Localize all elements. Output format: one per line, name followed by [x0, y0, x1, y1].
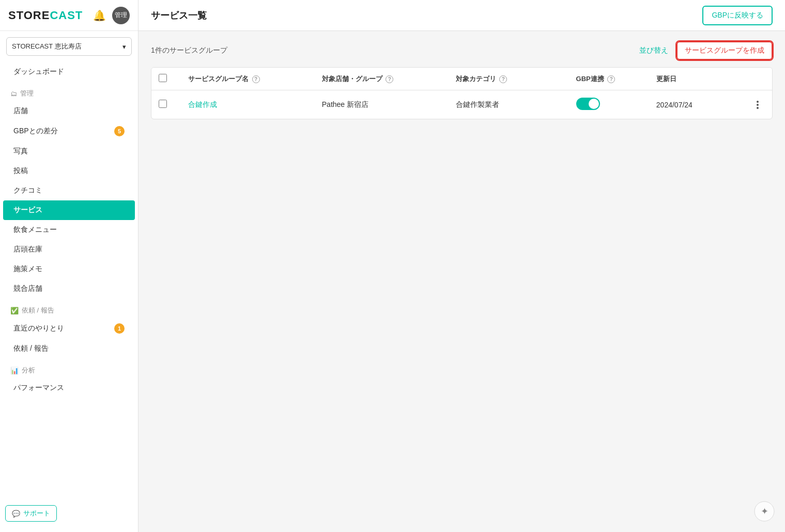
top-bar: サービス一覧 GBPに反映する	[138, 0, 785, 31]
sidebar-item-posts[interactable]: 投稿	[3, 161, 135, 181]
shop-label: 店舗	[13, 106, 28, 116]
chevron-down-icon: ▾	[122, 43, 126, 51]
content-actions: 並び替え サービスグループを作成	[639, 41, 773, 60]
row-check-cell	[151, 90, 181, 119]
service-group-table: サービスグループ名 ? 対象店舗・グループ ? 対象カテゴリ ? GBP連携	[151, 68, 772, 119]
inventory-label: 店頭在庫	[13, 245, 42, 254]
logo: STORE CAST	[8, 9, 83, 22]
col-date-label: 更新日	[656, 75, 676, 83]
table-body: 合鍵作成 Pathee 新宿店 合鍵作製業者	[151, 90, 772, 119]
sidebar-section-analysis: 📊 分析	[0, 358, 138, 378]
toggle-slider	[576, 98, 600, 110]
col-date-header: 更新日	[649, 68, 743, 90]
chart-icon: 📊	[10, 367, 19, 374]
competitor-label: 競合店舗	[13, 284, 42, 293]
sidebar-item-shop[interactable]: 店舗	[3, 101, 135, 121]
recent-badge: 1	[114, 323, 125, 334]
section-manage-label: 管理	[20, 89, 34, 98]
store-selector[interactable]: STORECAST 恵比寿店 ▾	[6, 37, 132, 56]
gbp-diff-label: GBPとの差分	[13, 127, 58, 136]
row-action-menu[interactable]	[750, 100, 765, 110]
dot-1	[757, 101, 759, 103]
col-category-info-icon: ?	[499, 75, 507, 83]
recent-label: 直近のやりとり	[13, 324, 64, 333]
col-store-header: 対象店舗・グループ ?	[315, 68, 449, 90]
performance-label: パフォーマンス	[13, 383, 64, 393]
col-check-header	[151, 68, 181, 90]
row-name-cell: 合鍵作成	[181, 90, 315, 119]
reviews-label: クチコミ	[13, 186, 42, 195]
table-header: サービスグループ名 ? 対象店舗・グループ ? 対象カテゴリ ? GBP連携	[151, 68, 772, 90]
manage-icon: 🗂	[10, 90, 17, 98]
col-action-header	[743, 68, 772, 90]
sidebar-item-food-menu[interactable]: 飲食メニュー	[3, 220, 135, 240]
sidebar-item-request-report[interactable]: 依頼 / 報告	[3, 339, 135, 358]
support-icon: 💬	[12, 510, 20, 518]
sidebar-item-competitor[interactable]: 競合店舗	[3, 279, 135, 299]
dot-3	[757, 107, 759, 109]
select-all-checkbox[interactable]	[159, 74, 167, 82]
support-button[interactable]: 💬 サポート	[5, 505, 57, 522]
row-gbp-cell	[569, 90, 649, 119]
col-gbp-label: GBP連携	[576, 75, 604, 83]
avatar[interactable]: 管理	[112, 7, 130, 24]
row-action-cell	[743, 90, 772, 119]
sidebar: STORE CAST 🔔 管理 STORECAST 恵比寿店 ▾ ダッシュボード…	[0, 0, 138, 532]
food-menu-label: 飲食メニュー	[13, 225, 57, 234]
sidebar-item-gbp-diff[interactable]: GBPとの差分 5	[3, 121, 135, 142]
col-store-label: 対象店舗・グループ	[322, 75, 382, 83]
memo-label: 施策メモ	[13, 264, 42, 274]
gbp-reflect-button[interactable]: GBPに反映する	[702, 6, 773, 25]
col-gbp-info-icon: ?	[607, 75, 615, 83]
service-group-count: 1件のサービスグループ	[151, 46, 227, 55]
section-request-label: 依頼 / 報告	[22, 306, 54, 315]
sidebar-item-dashboard[interactable]: ダッシュボード	[3, 62, 135, 82]
col-name-info-icon: ?	[252, 75, 260, 83]
row-date-cell: 2024/07/24	[649, 90, 743, 119]
header-icons: 🔔 管理	[93, 7, 130, 24]
gbp-toggle[interactable]	[576, 98, 600, 110]
sidebar-item-photos[interactable]: 写真	[3, 142, 135, 161]
row-checkbox[interactable]	[159, 100, 167, 108]
service-group-name[interactable]: 合鍵作成	[188, 100, 217, 108]
avatar-label: 管理	[115, 11, 127, 20]
sidebar-item-recent[interactable]: 直近のやりとり 1	[3, 318, 135, 339]
service-group-store: Pathee 新宿店	[322, 100, 368, 108]
logo-store: STORE	[8, 9, 50, 22]
dashboard-label: ダッシュボード	[13, 67, 64, 76]
create-service-group-button[interactable]: サービスグループを作成	[676, 41, 773, 60]
check-circle-icon: ✅	[10, 307, 19, 315]
service-group-date: 2024/07/24	[656, 101, 692, 109]
col-name-header: サービスグループ名 ?	[181, 68, 315, 90]
col-category-label: 対象カテゴリ	[456, 75, 496, 83]
service-group-table-container: サービスグループ名 ? 対象店舗・グループ ? 対象カテゴリ ? GBP連携	[151, 67, 773, 119]
svg-text:✦: ✦	[761, 506, 768, 517]
sidebar-section-manage: 🗂 管理	[0, 82, 138, 101]
content-header: 1件のサービスグループ 並び替え サービスグループを作成	[151, 41, 773, 60]
ai-svg: ✦	[754, 501, 775, 522]
sidebar-item-memo[interactable]: 施策メモ	[3, 259, 135, 279]
gbp-diff-badge: 5	[114, 126, 125, 136]
sort-button[interactable]: 並び替え	[639, 46, 668, 55]
sidebar-item-services[interactable]: サービス	[3, 200, 135, 220]
main-content: サービス一覧 GBPに反映する 1件のサービスグループ 並び替え サービスグルー…	[138, 0, 785, 532]
ai-icon[interactable]: ✦	[754, 501, 775, 522]
page-title: サービス一覧	[151, 9, 207, 22]
row-store-cell: Pathee 新宿店	[315, 90, 449, 119]
service-group-category: 合鍵作製業者	[456, 100, 499, 108]
photos-label: 写真	[13, 147, 28, 156]
sidebar-item-performance[interactable]: パフォーマンス	[3, 378, 135, 398]
col-name-label: サービスグループ名	[188, 75, 249, 83]
col-category-header: 対象カテゴリ ?	[449, 68, 569, 90]
logo-cast: CAST	[50, 9, 83, 22]
posts-label: 投稿	[13, 166, 28, 176]
bell-icon[interactable]: 🔔	[93, 9, 106, 22]
request-report-label: 依頼 / 報告	[13, 344, 49, 353]
row-category-cell: 合鍵作製業者	[449, 90, 569, 119]
sidebar-item-reviews[interactable]: クチコミ	[3, 181, 135, 200]
section-analysis-label: 分析	[22, 366, 35, 375]
services-label: サービス	[13, 206, 42, 215]
col-store-info-icon: ?	[386, 75, 393, 83]
sidebar-item-inventory[interactable]: 店頭在庫	[3, 240, 135, 259]
store-selector-text: STORECAST 恵比寿店	[12, 42, 82, 51]
